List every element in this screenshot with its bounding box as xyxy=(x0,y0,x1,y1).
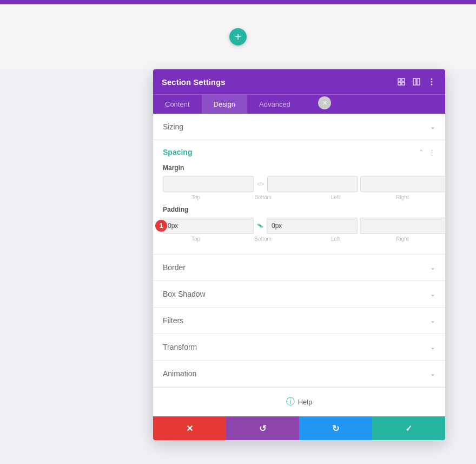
svg-rect-0 xyxy=(398,79,401,81)
boxshadow-section-header[interactable]: Box Shadow ⌄ xyxy=(153,281,445,307)
canvas-area: + xyxy=(0,4,476,69)
svg-rect-5 xyxy=(417,79,420,85)
tab-design[interactable]: Design xyxy=(202,95,247,114)
transform-section-header[interactable]: Transform ⌄ xyxy=(153,334,445,360)
border-section-header[interactable]: Border ⌄ xyxy=(153,254,445,280)
redo-button[interactable]: ↻ xyxy=(299,416,372,440)
margin-bottom-label: Bottom xyxy=(230,194,296,200)
spacing-content: Margin </> </> xyxy=(153,164,445,254)
spacing-chevron-up-icon[interactable]: ⌃ xyxy=(418,148,424,156)
spacing-label: Spacing xyxy=(163,148,192,156)
help-text[interactable]: Help xyxy=(298,398,313,406)
modal-tabs: Content Design Advanced xyxy=(153,94,445,114)
svg-point-7 xyxy=(431,81,433,83)
svg-rect-3 xyxy=(402,82,405,85)
margin-inputs-row: </> </> xyxy=(163,176,435,192)
boxshadow-label: Box Shadow xyxy=(163,290,206,298)
boxshadow-section: Box Shadow ⌄ xyxy=(153,281,445,308)
cancel-button[interactable]: ✕ xyxy=(153,416,226,440)
help-icon: ⓘ xyxy=(286,396,295,408)
padding-top-input[interactable] xyxy=(163,218,254,234)
expand-icon[interactable] xyxy=(396,77,406,87)
animation-chevron-icon: ⌄ xyxy=(430,370,435,377)
help-row: ⓘ Help xyxy=(153,387,445,416)
spacing-section: Spacing ⌃ ⋮ Margin </> xyxy=(153,140,445,254)
padding-top-label: Top xyxy=(163,236,229,242)
padding-left-label: Left xyxy=(302,236,368,242)
svg-point-6 xyxy=(431,79,433,80)
margin-left-pair: </> xyxy=(163,176,358,192)
svg-rect-2 xyxy=(398,82,401,85)
margin-top-link-icon: </> xyxy=(255,181,266,187)
padding-left-pair xyxy=(163,218,358,234)
reset-button[interactable]: ↺ xyxy=(226,416,299,440)
save-button[interactable]: ✓ xyxy=(372,416,445,440)
modal-header: Section Settings xyxy=(153,69,445,94)
modal-header-icons xyxy=(396,77,437,87)
padding-bottom-input[interactable] xyxy=(267,218,358,234)
padding-bottom-label: Bottom xyxy=(230,236,296,242)
margin-label: Margin xyxy=(163,164,435,172)
close-modal-button[interactable]: ✕ xyxy=(318,96,331,109)
spacing-section-header[interactable]: Spacing ⌃ ⋮ xyxy=(153,140,445,164)
sizing-section: Sizing ⌄ xyxy=(153,114,445,140)
svg-rect-9 xyxy=(257,224,260,225)
sizing-chevron-icon: ⌄ xyxy=(430,123,435,130)
more-options-icon[interactable] xyxy=(427,77,437,87)
padding-link-icon[interactable] xyxy=(255,218,266,234)
margin-top-label: Top xyxy=(163,194,229,200)
margin-top-input[interactable] xyxy=(163,176,254,192)
animation-section-header[interactable]: Animation ⌄ xyxy=(153,361,445,387)
border-label: Border xyxy=(163,263,186,272)
padding-right-pair: </> xyxy=(360,218,445,234)
margin-field-labels: Top Bottom Left Right xyxy=(163,194,435,200)
padding-label: Padding xyxy=(163,206,435,213)
section-settings-modal: Section Settings xyxy=(153,69,445,440)
margin-bottom-input[interactable] xyxy=(267,176,358,192)
border-section: Border ⌄ xyxy=(153,254,445,281)
filters-section-header[interactable]: Filters ⌄ xyxy=(153,308,445,334)
columns-icon[interactable] xyxy=(412,77,421,87)
margin-group: Margin </> </> xyxy=(163,164,435,200)
boxshadow-chevron-icon: ⌄ xyxy=(430,290,435,298)
filters-label: Filters xyxy=(163,316,183,325)
spacing-header-icons: ⌃ ⋮ xyxy=(418,148,435,156)
padding-inputs-row: 1 xyxy=(163,218,435,234)
transform-chevron-icon: ⌄ xyxy=(430,343,435,351)
filters-section: Filters ⌄ xyxy=(153,308,445,334)
svg-rect-4 xyxy=(413,79,416,85)
filters-chevron-icon: ⌄ xyxy=(430,317,435,324)
margin-right-label: Right xyxy=(369,194,435,200)
step-badge-1: 1 xyxy=(155,220,167,232)
add-section-button[interactable]: + xyxy=(229,28,247,45)
svg-rect-1 xyxy=(402,79,405,81)
svg-rect-10 xyxy=(261,226,263,227)
top-bar xyxy=(0,0,476,4)
margin-left-input[interactable] xyxy=(360,176,445,192)
modal-body: Sizing ⌄ Spacing ⌃ ⋮ Margin xyxy=(153,114,445,416)
svg-point-8 xyxy=(431,84,433,86)
spacing-more-icon[interactable]: ⋮ xyxy=(428,148,435,156)
padding-group: Padding 1 xyxy=(163,206,435,242)
transform-section: Transform ⌄ xyxy=(153,334,445,361)
animation-section: Animation ⌄ xyxy=(153,361,445,387)
tab-advanced[interactable]: Advanced xyxy=(247,95,302,114)
sizing-label: Sizing xyxy=(163,122,183,131)
padding-field-labels: Top Bottom Left Right xyxy=(163,236,435,242)
border-chevron-icon: ⌄ xyxy=(430,264,435,271)
animation-label: Animation xyxy=(163,369,196,378)
padding-right-label: Right xyxy=(369,236,435,242)
margin-left-label: Left xyxy=(302,194,368,200)
modal-title: Section Settings xyxy=(162,77,226,87)
sizing-section-header[interactable]: Sizing ⌄ xyxy=(153,114,445,140)
padding-left-input[interactable] xyxy=(360,218,445,234)
tab-content[interactable]: Content xyxy=(153,95,202,114)
transform-label: Transform xyxy=(163,343,197,351)
margin-right-pair: </> xyxy=(360,176,445,192)
modal-footer: ✕ ↺ ↻ ✓ xyxy=(153,416,445,440)
